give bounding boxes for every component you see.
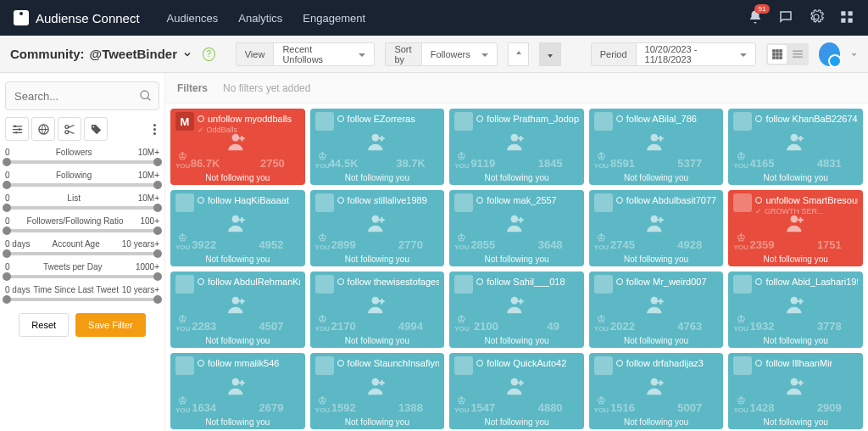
user-card[interactable]: follow Abdulbasit7077 YOU 27454928 Not f… [589,190,724,266]
period-selector[interactable]: Period 10/20/2023 - 11/18/2023 [591,42,756,66]
filters-label[interactable]: Filters [177,82,208,94]
user-card[interactable]: follow Sahil___018 YOU 210049 Not follow… [449,271,584,348]
user-card[interactable]: follow mmalik546 YOU 16342679 Not follow… [170,353,305,429]
list-view-icon[interactable] [788,45,807,64]
user-card[interactable]: follow Pratham_Jodop YOU 91191845 Not fo… [449,109,584,185]
svg-rect-5 [776,49,779,53]
user-card[interactable]: follow AbdulRehmanKml YOU 22834507 Not f… [170,271,305,348]
svg-rect-0 [841,11,845,15]
filter-slider[interactable]: 0Followers/Following Ratio100+ [5,216,159,232]
brand[interactable]: Audiense Connect [14,10,140,25]
sliders-icon[interactable] [5,117,29,141]
gear-icon[interactable] [809,9,824,27]
follow-icon[interactable] [645,131,667,155]
chevron-down-icon[interactable] [850,50,858,59]
view-selector[interactable]: View Recent Unfollows [236,42,376,66]
save-filter-button[interactable]: Save Filter [75,313,146,337]
sort-asc-button[interactable] [508,42,530,66]
user-card[interactable]: unfollow SmartBresource ✓ GROWTH SER... … [728,190,863,266]
user-card[interactable]: follow stillalive1989 YOU 28992770 Not f… [310,190,445,266]
slider-track[interactable] [5,275,159,278]
reset-button[interactable]: Reset [19,313,69,337]
follow-icon[interactable] [785,294,807,318]
community-label[interactable]: Community: @TweetBinder [10,47,192,61]
card-stats: 41654831 [728,157,863,170]
slider-track[interactable] [5,206,159,210]
follow-icon[interactable] [366,131,388,155]
user-card[interactable]: follow IllhaanMir YOU 14282909 Not follo… [728,353,863,429]
user-card[interactable]: M unfollow myoddballs ✓ OddBalls YOU 86.… [170,109,305,185]
user-card[interactable]: follow Mr_weird007 YOU 20224763 Not foll… [589,271,724,348]
nav-engagement[interactable]: Engagement [303,12,365,25]
bell-icon[interactable] [748,9,763,27]
user-card[interactable]: follow ABilal_786 YOU 85915377 Not follo… [589,109,724,185]
chat-icon[interactable] [778,9,793,27]
card-status: Not following you [449,417,584,427]
slider-track[interactable] [5,298,159,301]
sort-selector[interactable]: Sort by Followers [385,42,497,66]
nav-analytics[interactable]: Analytics [238,12,282,25]
slider-track[interactable] [5,183,159,187]
user-card[interactable]: follow thewisestofages YOU 21704994 Not … [310,271,445,348]
follow-icon[interactable] [505,294,527,318]
slider-track[interactable] [5,160,159,164]
user-card[interactable]: follow KhanBaB22674597 YOU 41654831 Not … [728,109,863,185]
card-status: Not following you [728,336,863,345]
tag-icon[interactable] [84,117,108,141]
follow-icon[interactable] [645,212,667,237]
svg-point-37 [651,296,659,304]
main: 0Followers10M+0Following10M+0List10M+0Fo… [0,73,868,431]
follow-icon[interactable] [226,212,248,237]
follow-icon[interactable] [645,294,667,318]
slider-track[interactable] [5,229,159,232]
follow-icon[interactable] [366,375,388,400]
follow-icon[interactable] [785,131,807,155]
follow-icon[interactable] [645,375,667,400]
search-input[interactable] [5,81,159,110]
grid-view-icon[interactable] [768,45,787,64]
filter-slider[interactable]: 0List10M+ [5,193,159,210]
follow-icon[interactable] [366,212,388,237]
user-card[interactable]: follow drfahadijaz3 YOU 15165007 Not fol… [589,353,724,429]
follow-icon[interactable] [505,212,527,237]
follow-icon[interactable] [785,375,807,400]
user-card[interactable]: follow StaunchInsafiyn YOU 15921388 Not … [310,353,445,429]
filter-slider[interactable]: 0 daysTime Since Last Tweet10 years+ [5,285,159,301]
follow-icon[interactable] [785,212,807,237]
card-status: Not following you [589,255,724,264]
slider-track[interactable] [5,252,159,255]
content: Filters No filters yet added M unfollow … [165,73,868,431]
card-stats: 23591751 [728,238,863,251]
user-card[interactable]: follow Abid_Lashari199 YOU 19323778 Not … [728,271,863,348]
follow-icon[interactable] [226,375,248,400]
user-card[interactable]: follow QuickAuto42 YOU 15474880 Not foll… [449,353,584,429]
help-icon[interactable]: ? [203,48,215,61]
card-status: Not following you [310,336,445,345]
svg-rect-2 [841,18,845,22]
card-status: Not following you [449,173,584,182]
svg-point-43 [790,378,798,385]
user-card[interactable]: follow EZorreras YOU 44.5K38.7K Not foll… [310,109,445,185]
follow-icon[interactable] [226,131,248,155]
filter-slider[interactable]: 0Following10M+ [5,171,159,187]
more-icon[interactable] [150,120,159,138]
apps-icon[interactable] [839,9,854,27]
filter-slider[interactable]: 0Followers10M+ [5,148,159,164]
follow-icon[interactable] [366,294,388,318]
filter-slider[interactable]: 0 daysAccount Age10 years+ [5,239,159,255]
follow-icon[interactable] [226,294,248,318]
scissors-icon[interactable] [58,117,81,141]
user-card[interactable]: follow HaqKiBaaaat YOU 39224952 Not foll… [170,190,305,266]
sort-desc-button[interactable] [539,42,561,66]
globe-icon[interactable] [31,117,55,141]
nav-audiences[interactable]: Audiences [167,12,219,25]
svg-rect-7 [772,53,776,56]
card-status: Not following you [170,336,305,345]
follow-icon[interactable] [505,375,527,400]
svg-point-18 [18,128,20,131]
follow-icon[interactable] [505,131,527,155]
search-icon[interactable] [139,89,153,103]
filter-slider[interactable]: 0Tweets per Day1000+ [5,262,159,278]
user-card[interactable]: follow mak_2557 YOU 28553648 Not followi… [449,190,584,266]
user-avatar[interactable] [819,42,840,66]
